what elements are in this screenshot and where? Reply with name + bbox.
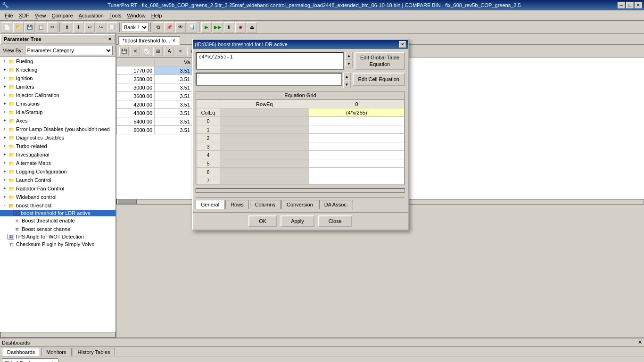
toolbar-btn10[interactable]: 📑 (107, 22, 117, 33)
dialog-tab-rows[interactable]: Rows (225, 200, 249, 209)
menu-file[interactable]: File (2, 12, 16, 19)
toolbar-play2[interactable]: ▶▶ (213, 22, 223, 33)
expander-boost-thresh[interactable]: - (2, 203, 8, 208)
menu-compare[interactable]: Compare (49, 12, 75, 19)
dialog-apply-button[interactable]: Apply (281, 215, 314, 227)
bottom-tab-dashboards[interactable]: Dashboards (2, 348, 40, 356)
tree-item-boost-thresh[interactable]: - 📂 boost threshold (0, 201, 116, 210)
grid-cell-5-0[interactable] (309, 159, 404, 168)
menu-view[interactable]: View (32, 12, 49, 19)
toolbar-eject[interactable]: ⏏ (247, 22, 257, 33)
expander-injector[interactable]: + (2, 92, 8, 98)
grid-cell-4-0[interactable] (309, 151, 404, 159)
grid-cell-1-0[interactable] (309, 125, 404, 134)
edit-global-table-button[interactable]: Edit Global Table Equation (355, 52, 405, 70)
grid-roweq-0[interactable] (220, 117, 309, 125)
dialog-ok-button[interactable]: OK (248, 215, 277, 227)
bottom-panel-close[interactable]: ✕ (638, 339, 642, 346)
toolbar-view[interactable]: 👁 (175, 22, 186, 33)
grid-cell-2-0[interactable] (309, 134, 404, 142)
cell-rpm-4[interactable]: 4200.00 (117, 100, 155, 109)
toolbar-btn4[interactable]: 📋 (36, 22, 46, 33)
tree-item-checksum[interactable]: π Checksum Plugin by Simply Volvo (0, 240, 116, 248)
expander-logging[interactable]: + (2, 169, 8, 174)
toolbar-stop[interactable]: ■ (235, 22, 246, 33)
eq-scroll-up[interactable]: ▲ (345, 52, 353, 59)
grid-roweq-3[interactable] (220, 142, 309, 151)
tree-item-boost-thresh-ldr[interactable]: ▦ boost threshold for LDR active (0, 210, 116, 216)
dialog-close-button[interactable]: Close (318, 215, 352, 227)
menu-window[interactable]: Window (124, 12, 149, 19)
grid-scrollbar[interactable] (196, 188, 405, 193)
toolbar-paste[interactable]: 📌 (164, 22, 174, 33)
grid-roweq-6[interactable] (220, 168, 309, 176)
tree-item-fueling[interactable]: + 📁 Fueling (0, 57, 116, 66)
grid-cell-7-0[interactable] (309, 176, 404, 185)
grid-roweq-1[interactable] (220, 125, 309, 134)
expander-investigational[interactable]: + (2, 152, 8, 157)
cell-scroll-down[interactable]: ▼ (343, 81, 351, 88)
view-by-selector[interactable]: Parameter Category Name Type (25, 46, 113, 55)
cell-scroll-up[interactable]: ▲ (343, 73, 351, 80)
expander-launch[interactable]: + (2, 177, 8, 183)
cell-val-6[interactable]: 3.51 (155, 117, 192, 126)
toolbar-open[interactable]: 📂 (13, 22, 24, 33)
expander-rad-fan[interactable]: + (2, 186, 8, 191)
tbl-compare-btn[interactable]: ⊞ (153, 47, 163, 56)
toolbar-save[interactable]: 💾 (25, 22, 35, 33)
tree-item-logging[interactable]: + 📁 Logging Configuration (0, 167, 116, 176)
toolbar-forward[interactable]: ↪ (96, 22, 106, 33)
dialog-close-icon[interactable]: ✕ (399, 41, 406, 48)
toolbar-down[interactable]: ⬇ (73, 22, 83, 33)
edit-cell-equation-button[interactable]: Edit Cell Equation (353, 73, 405, 86)
expander-limiters[interactable]: + (2, 84, 8, 90)
close-button[interactable]: ✕ (635, 2, 642, 8)
menu-help[interactable]: Help (149, 12, 165, 19)
toolbar-back[interactable]: ↩ (84, 22, 95, 33)
cell-rpm-2[interactable]: 3000.00 (117, 83, 155, 92)
parameter-tree-close[interactable]: ✕ (108, 37, 112, 41)
toolbar-up[interactable]: ⬆ (62, 22, 72, 33)
minimize-button[interactable]: ─ (618, 2, 625, 8)
dialog-tab-conversion[interactable]: Conversion (281, 200, 318, 209)
grid-roweq-4[interactable] (220, 151, 309, 159)
dialog-tab-da-assoc[interactable]: DA Assoc. (319, 200, 353, 209)
tree-item-rad-fan[interactable]: + 📁 Radiator Fan Control (0, 184, 116, 193)
maximize-button[interactable]: □ (626, 2, 634, 8)
cell-val-0[interactable]: 3.51 (155, 66, 192, 75)
tree-item-axes[interactable]: + 📁 Axes (0, 116, 116, 125)
toolbar-play[interactable]: ▶ (201, 22, 212, 33)
eq-scroll-down[interactable]: ▼ (345, 60, 353, 67)
tree-item-knocking[interactable]: + 📁 Knocking (0, 66, 116, 74)
cell-rpm-6[interactable]: 5400.00 (117, 117, 155, 126)
cell-val-2[interactable]: 3.51 (155, 83, 192, 92)
tree-item-tps-wot[interactable]: ▦ TPS Angle for WOT Detection (0, 233, 116, 240)
bottom-tab-history[interactable]: History Tables (73, 348, 116, 356)
tbl-save-btn[interactable]: 💾 (119, 47, 129, 56)
global-equation-input[interactable]: (4*x/255)-1 (196, 52, 344, 70)
grid-cell-3-0[interactable] (309, 142, 404, 151)
expander-idle[interactable]: + (2, 109, 8, 115)
toolbar-btn5[interactable]: ✂ (47, 22, 58, 33)
expander-ignition[interactable]: + (2, 75, 8, 81)
cell-rpm-3[interactable]: 3600.00 (117, 92, 155, 100)
expander-alt-maps[interactable]: + (2, 160, 8, 166)
cell-rpm-0[interactable]: 1770.00 (117, 66, 155, 75)
tree-item-wideband[interactable]: + 📁 Wideband control (0, 193, 116, 201)
expander-axes[interactable]: + (2, 118, 8, 123)
tree-item-emissions[interactable]: + 📁 Emissions (0, 99, 116, 108)
grid-roweq-2[interactable] (220, 134, 309, 142)
tree-item-launch[interactable]: + 📁 Launch Control (0, 176, 116, 184)
dialog-tab-general[interactable]: General (196, 200, 224, 209)
expander-emissions[interactable]: + (2, 101, 8, 107)
tree-item-limiters[interactable]: + 📁 Limiters (0, 82, 116, 91)
dialog-tab-columns[interactable]: Columns (250, 200, 281, 209)
tree-item-error-lamp[interactable]: + 📁 Error Lamp Disables (you shouldn't n… (0, 125, 116, 133)
cell-val-4[interactable]: 3.51 (155, 100, 192, 109)
tbl-letter-btn[interactable]: A (165, 47, 174, 56)
toolbar-chart[interactable]: 📊 (187, 22, 197, 33)
tree-scrollbar-h[interactable] (0, 332, 116, 337)
cell-rpm-5[interactable]: 4800.00 (117, 109, 155, 117)
tree-item-injector[interactable]: + 📁 Injector Calibration (0, 91, 116, 99)
dashboard-selector[interactable]: OblarkDash (2, 358, 58, 362)
